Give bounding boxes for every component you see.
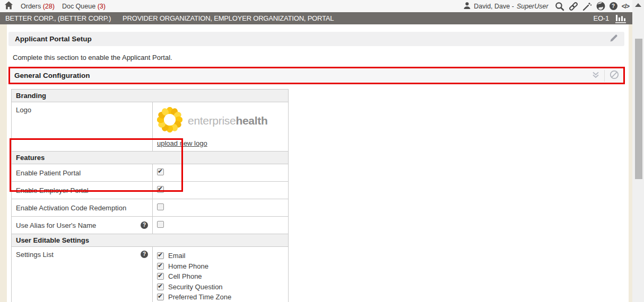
general-configuration-title: General Configuration	[14, 72, 90, 79]
collapse-double-chevron-icon[interactable]	[592, 71, 599, 81]
nav-orders[interactable]: Orders (28)	[21, 3, 55, 10]
page-header: Applicant Portal Setup	[8, 32, 624, 46]
setting-label: Home Phone	[168, 262, 208, 270]
nav-orders-label: Orders	[21, 3, 41, 10]
disable-slash-circle-icon[interactable]	[610, 70, 619, 82]
main-content: Applicant Portal Setup Complete this sec…	[7, 24, 629, 302]
nav-doc-queue-count: (3)	[98, 3, 106, 10]
nav-orders-count: (28)	[43, 3, 55, 10]
link-icon[interactable]	[569, 2, 578, 11]
table-row: Enable Activation Code Redemption	[12, 199, 289, 217]
table-row: Enable Employer Portal	[12, 182, 289, 199]
row-label: Enable Employer Portal	[12, 182, 153, 199]
settings-list-label: Settings List	[16, 251, 54, 259]
top-bar: Orders (28) Doc Queue (3) David, Dave - …	[0, 0, 632, 12]
portal-config-table: Branding Logo enterprisehealth upl	[11, 89, 289, 302]
help-icon[interactable]: ?	[610, 2, 617, 10]
scroll-up-arrow-icon[interactable]	[635, 3, 641, 7]
branding-header: Branding	[12, 90, 289, 102]
enable-patient-portal-checkbox[interactable]	[157, 168, 164, 175]
setting-item: Home Phone	[157, 261, 284, 272]
enable-employer-portal-checkbox[interactable]	[157, 186, 164, 193]
row-label: Enable Activation Code Redemption	[12, 199, 153, 217]
vertical-scrollbar[interactable]	[632, 0, 644, 302]
nav-doc-queue-label: Doc Queue	[62, 3, 95, 10]
setting-item: Email	[157, 251, 284, 261]
user-name: David, Dave -	[474, 3, 514, 10]
user-menu[interactable]: David, Dave - SuperUser	[463, 2, 548, 11]
preferred-time-zone-checkbox[interactable]	[157, 294, 164, 300]
user-role: SuperUser	[517, 3, 549, 10]
upload-new-logo-link[interactable]: upload new logo	[157, 139, 207, 147]
scrollbar-thumb[interactable]	[635, 39, 642, 179]
home-phone-checkbox[interactable]	[157, 263, 164, 270]
section-description: Complete this section to enable the Appl…	[13, 54, 172, 61]
code-icon[interactable]: </>	[622, 3, 629, 10]
enterprise-health-logo-icon	[157, 107, 182, 134]
settings-list-row: Settings List Email Home Phone Cell Phon…	[12, 247, 289, 302]
user-editable-settings-header: User Editable Settings	[12, 234, 289, 247]
org-bar: BETTER CORP., (BETTER CORP.) PROVIDER OR…	[0, 12, 632, 24]
setting-label: Email	[168, 252, 186, 260]
enable-activation-code-checkbox[interactable]	[157, 203, 164, 210]
security-question-checkbox[interactable]	[157, 283, 164, 290]
setting-label: Preferred Time Zone	[168, 293, 231, 301]
row-label: Enable Patient Portal	[12, 164, 153, 182]
org-entity[interactable]: BETTER CORP., (BETTER CORP.)	[5, 14, 111, 22]
setting-item: Cell Phone	[157, 271, 284, 282]
logo-row: Logo enterprisehealth upload new logo	[12, 102, 289, 152]
org-badge: EO-1	[593, 14, 609, 22]
user-icon	[463, 2, 471, 11]
use-alias-checkbox[interactable]	[157, 221, 164, 228]
wand-icon[interactable]	[582, 2, 592, 11]
edit-pencil-icon[interactable]	[610, 34, 618, 45]
table-row: Use Alias for User's Name	[12, 217, 289, 234]
setting-item: Preferred Time Zone	[157, 292, 284, 302]
setting-item: Security Question	[157, 282, 284, 292]
email-checkbox[interactable]	[157, 252, 164, 259]
table-row: Enable Patient Portal	[12, 164, 289, 182]
nav-doc-queue[interactable]: Doc Queue (3)	[62, 3, 106, 10]
brand-wordmark: enterprisehealth	[188, 114, 267, 127]
help-question-icon[interactable]	[141, 251, 148, 258]
setting-label: Security Question	[168, 283, 223, 291]
features-header: Features	[12, 152, 289, 164]
cell-phone-checkbox[interactable]	[157, 273, 164, 280]
top-nav: Orders (28) Doc Queue (3)	[21, 3, 106, 10]
home-icon[interactable]	[4, 1, 13, 11]
page-title: Applicant Portal Setup	[15, 35, 92, 43]
search-icon[interactable]	[555, 2, 564, 11]
globe-icon[interactable]	[596, 2, 605, 11]
org-context: PROVIDER ORGANIZATION, EMPLOYER ORGANIZA…	[123, 14, 334, 22]
logo-label: Logo	[12, 102, 153, 152]
setting-label: Cell Phone	[168, 272, 202, 280]
bar-chart-icon[interactable]	[614, 13, 627, 23]
help-question-icon[interactable]	[141, 221, 148, 229]
row-label: Use Alias for User's Name	[16, 221, 96, 229]
general-configuration-section: General Configuration	[8, 67, 625, 84]
